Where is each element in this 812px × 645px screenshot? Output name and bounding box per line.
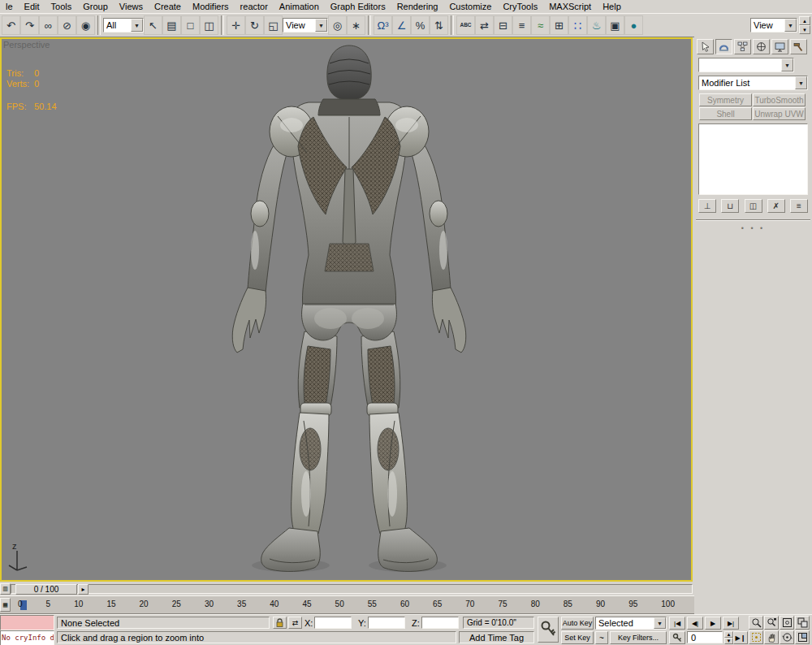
next-frame-nudge-button[interactable]: ▸ [78, 584, 89, 595]
modifier-preset-button[interactable]: Symmetry [699, 93, 752, 106]
selection-lock-button[interactable] [273, 617, 287, 629]
menu-item[interactable]: Animation [274, 1, 325, 12]
configure-modifier-sets-icon[interactable]: ≡ [790, 199, 808, 213]
layer-manager-icon[interactable]: ≡ [512, 15, 531, 35]
create-tab[interactable] [697, 39, 714, 54]
render-setup-icon[interactable]: ♨ [587, 15, 606, 35]
modifier-preset-button[interactable]: Unwrap UVW [753, 107, 806, 120]
spinner-down-icon[interactable]: ▼ [799, 25, 810, 34]
remove-modifier-icon[interactable]: ✗ [767, 199, 785, 213]
key-mode-combo[interactable]: Selected ▼ [595, 617, 667, 630]
set-key-button[interactable]: Set Key [561, 631, 594, 644]
use-pivot-point-center-icon[interactable]: ◎ [328, 15, 347, 35]
rendered-frame-window-icon[interactable]: ▣ [606, 15, 624, 35]
schematic-view-icon[interactable]: ⊞ [550, 15, 568, 35]
pan-button[interactable] [764, 630, 779, 644]
menu-item[interactable]: reactor [235, 1, 274, 12]
select-and-link-icon[interactable]: ∞ [39, 15, 58, 35]
window-crossing-icon[interactable]: ◫ [200, 15, 218, 35]
motion-tab[interactable] [753, 39, 770, 54]
reference-coordinate-system-combo[interactable]: View ▼ [283, 18, 328, 32]
snap-toggle-icon[interactable]: Ω³ [374, 15, 392, 35]
menu-item[interactable]: CryTools [497, 1, 543, 12]
play-animation-icon[interactable]: ▶ [705, 617, 721, 630]
quick-render-icon[interactable]: ● [624, 15, 643, 35]
material-editor-icon[interactable]: ∷ [568, 15, 587, 35]
redo-icon[interactable]: ↷ [20, 15, 39, 35]
menu-item[interactable]: Edit [19, 1, 45, 12]
chevron-down-icon[interactable]: ▼ [315, 19, 327, 32]
angle-snap-toggle-icon[interactable]: ∠ [392, 15, 411, 35]
modifier-preset-button[interactable]: Shell [699, 107, 752, 120]
viewport-view-combo[interactable]: View ▼ [750, 18, 797, 32]
menu-item[interactable]: Views [114, 1, 149, 12]
macro-recorder-pane[interactable] [0, 615, 54, 630]
track-bar-mini-icon[interactable]: ▦ [0, 598, 11, 612]
rectangular-selection-region-icon[interactable]: □ [181, 15, 200, 35]
auto-key-button[interactable]: Auto Key [561, 617, 594, 630]
spinner-up-icon[interactable]: ▲ [799, 16, 810, 25]
show-end-result-icon[interactable]: ⊔ [721, 199, 739, 213]
display-tab[interactable] [771, 39, 788, 54]
track-bar-ruler[interactable]: ▦ 05101520253035404550556065707580859095… [0, 595, 694, 614]
percent-snap-toggle-icon[interactable]: % [411, 15, 430, 35]
time-slider-track[interactable] [11, 584, 693, 594]
next-frame-icon[interactable]: ▶| [723, 617, 739, 630]
keyboard-shortcut-override-icon[interactable]: ABC [456, 15, 475, 35]
chevron-down-icon[interactable]: ▼ [795, 76, 807, 89]
chevron-down-icon[interactable]: ▼ [784, 19, 797, 32]
maxscript-listener-pane[interactable]: No cryInfo d [0, 630, 54, 645]
z-coordinate-field[interactable] [421, 617, 459, 629]
spinner-down-icon[interactable]: ▼ [724, 638, 733, 644]
min-max-toggle-button[interactable] [795, 630, 810, 644]
select-and-manipulate-icon[interactable]: ∗ [347, 15, 365, 35]
hierarchy-tab[interactable] [734, 39, 751, 54]
modifier-preset-button[interactable]: TurboSmooth [753, 93, 806, 106]
menu-item[interactable]: Graph Editors [325, 1, 391, 12]
select-by-name-icon[interactable]: ▤ [162, 15, 181, 35]
unlink-selection-icon[interactable]: ⊘ [58, 15, 76, 35]
zoom-extents-all-button[interactable] [795, 616, 810, 630]
bind-to-space-warp-icon[interactable]: ◉ [76, 15, 95, 35]
viewport-label[interactable]: Perspective [3, 40, 50, 50]
zoom-button[interactable] [749, 616, 763, 630]
y-coordinate-field[interactable] [368, 617, 405, 629]
utilities-tab[interactable] [790, 39, 807, 54]
menu-item[interactable]: Create [149, 1, 187, 12]
menu-item[interactable]: Rendering [391, 1, 444, 12]
pin-stack-icon[interactable]: ⊥ [698, 199, 716, 213]
make-unique-icon[interactable]: ◫ [745, 199, 762, 213]
menu-item[interactable]: Tools [45, 1, 78, 12]
modifier-list-combo[interactable]: Modifier List ▼ [698, 76, 808, 90]
rollout-resize-grip[interactable]: • • • [694, 224, 812, 232]
zoom-extents-button[interactable] [780, 616, 794, 630]
menu-item[interactable]: Group [77, 1, 114, 12]
curve-editor-icon[interactable]: ≈ [531, 15, 550, 35]
x-coordinate-field[interactable] [314, 617, 352, 629]
time-slider-mini-icon[interactable]: ▥ [0, 583, 11, 595]
chevron-down-icon[interactable]: ▼ [654, 617, 666, 629]
arc-rotate-button[interactable] [780, 630, 794, 644]
modifier-stack-list[interactable] [698, 123, 808, 195]
key-filters-button[interactable]: Key Filters... [610, 631, 667, 644]
go-to-end-button[interactable]: ▶❙ [733, 631, 748, 644]
selection-filter-combo[interactable]: All ▼ [103, 18, 144, 32]
spinner-snap-toggle-icon[interactable]: ⇅ [430, 15, 448, 35]
key-tool-button[interactable] [538, 617, 559, 643]
zoom-all-button[interactable] [764, 616, 779, 630]
chevron-down-icon[interactable]: ▼ [131, 19, 143, 32]
previous-frame-icon[interactable]: ◀| [687, 617, 703, 630]
key-mode-toggle-button[interactable] [669, 631, 685, 644]
perspective-viewport[interactable]: Perspective Tris:0 Verts:0 FPS:50.14 z [0, 37, 693, 582]
default-tangent-icon[interactable]: ~ [595, 631, 608, 644]
absolute-offset-toggle-button[interactable]: ⇄ [288, 617, 302, 629]
menu-item[interactable]: Modifiers [187, 1, 235, 12]
menu-item[interactable]: MAXScript [543, 1, 597, 12]
menu-item[interactable]: Customize [443, 1, 497, 12]
menu-item[interactable]: Help [597, 1, 627, 12]
undo-icon[interactable]: ↶ [2, 15, 20, 35]
go-to-start-icon[interactable]: |◀ [669, 617, 685, 630]
mirror-icon[interactable]: ⇄ [475, 15, 494, 35]
align-icon[interactable]: ⊟ [494, 15, 512, 35]
spinner-up-icon[interactable]: ▲ [724, 631, 733, 638]
